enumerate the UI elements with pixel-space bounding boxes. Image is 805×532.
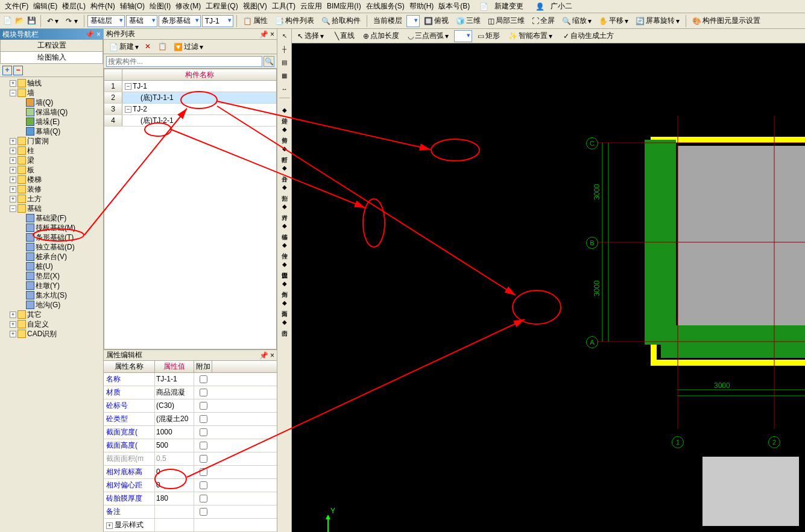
close-icon[interactable]: ×: [96, 30, 101, 39]
user-button[interactable]: 👤广小二: [531, 0, 577, 14]
overlook-button[interactable]: 🔲俯视: [421, 15, 452, 27]
line-button[interactable]: ╲直线: [332, 30, 358, 42]
new-change-button[interactable]: 📄新建变更: [475, 0, 528, 14]
collapse-all-button[interactable]: −: [13, 66, 23, 75]
property-row[interactable]: 材质商品混凝: [104, 386, 277, 399]
pin-icon[interactable]: 📌: [85, 30, 94, 39]
new-icon[interactable]: 📄: [2, 16, 13, 27]
menu-version[interactable]: 版本号(B): [436, 0, 472, 13]
add-checkbox[interactable]: [200, 495, 207, 502]
vtool-倒角[interactable]: ◆倒角: [279, 274, 291, 293]
tree-cad[interactable]: +CAD识别: [1, 329, 102, 339]
delete-icon[interactable]: ✕: [144, 42, 155, 52]
menu-axis[interactable]: 辅轴(O): [118, 0, 147, 13]
pt-extend-button[interactable]: ⊕点加长度: [360, 30, 402, 42]
menu-draw[interactable]: 绘图(I): [147, 0, 173, 13]
select-button[interactable]: ↖选择 ▾: [294, 30, 327, 42]
save-icon[interactable]: 💾: [27, 16, 37, 27]
tree-col-pier[interactable]: 柱墩(Y): [1, 281, 102, 290]
menu-modify[interactable]: 修改(M): [173, 0, 203, 13]
menu-tool[interactable]: 工具(T): [270, 0, 298, 13]
menu-component[interactable]: 构件(N): [88, 0, 118, 13]
vtool-分割[interactable]: ◆分割: [279, 178, 291, 197]
menu-cloud[interactable]: 云应用: [298, 0, 324, 13]
screen-rotate-button[interactable]: 🔄屏幕旋转 ▾: [633, 15, 683, 27]
menu-floor[interactable]: 楼层(L): [60, 0, 88, 13]
tree-door[interactable]: +门窗洞: [1, 136, 102, 146]
new-component-button[interactable]: 📄新建 ▾: [106, 41, 142, 53]
vtool-圆角[interactable]: ◆圆角: [279, 293, 291, 313]
category-dropdown[interactable]: 基础: [126, 15, 157, 27]
property-row[interactable]: 截面高度(500: [104, 439, 277, 452]
add-checkbox[interactable]: [200, 455, 207, 463]
add-checkbox[interactable]: [200, 428, 207, 436]
property-row[interactable]: 相对偏心距0: [104, 479, 277, 492]
tree-pile[interactable]: 桩(U): [1, 261, 102, 271]
local-3d-button[interactable]: ◫局部三维: [485, 15, 528, 27]
tab-draw-input[interactable]: 绘图输入: [0, 52, 103, 64]
tree-curtain-wall[interactable]: 幕墙(Q): [1, 127, 102, 136]
menu-view[interactable]: 视图(V): [241, 0, 270, 13]
vtool-axis-icon[interactable]: ┼: [279, 43, 291, 55]
grid-row[interactable]: 4(底)TJ-2-1: [104, 115, 276, 127]
minimap[interactable]: [702, 457, 799, 526]
search-input[interactable]: [106, 56, 262, 67]
pin-icon[interactable]: 📌: [259, 351, 268, 360]
type-dropdown[interactable]: 条形基础: [159, 15, 201, 27]
tree-axis[interactable]: +轴线: [1, 78, 102, 88]
search-icon[interactable]: 🔍: [264, 56, 274, 67]
tree-custom[interactable]: +自定义: [1, 319, 102, 329]
fullscreen-button[interactable]: ⛶全屏: [529, 15, 558, 27]
close-icon[interactable]: ×: [270, 30, 274, 39]
menu-quantity[interactable]: 工程量(Q): [203, 0, 240, 13]
expand-all-button[interactable]: +: [2, 66, 12, 75]
tree-sump[interactable]: 集水坑(S): [1, 290, 102, 300]
tree-deco[interactable]: +装修: [1, 184, 102, 194]
vtool-对齐[interactable]: ◆对齐: [279, 197, 291, 216]
pin-icon[interactable]: 📌: [259, 30, 268, 39]
tree-wall[interactable]: −墙: [1, 88, 102, 98]
vtool-偏移[interactable]: ◆偏移: [279, 216, 291, 236]
vtool-dim-icon[interactable]: ↔: [279, 83, 291, 95]
cur-floor-dropdown[interactable]: [406, 15, 420, 27]
auto-earth-button[interactable]: ✓自动生成土方: [560, 30, 617, 42]
tree-insul-wall[interactable]: 保温墙(Q): [1, 107, 102, 117]
vtool-grid-icon[interactable]: ▦: [279, 70, 291, 82]
redo-button[interactable]: ↷ ▾: [63, 15, 80, 27]
tree-other[interactable]: +其它: [1, 310, 102, 319]
prop-show-style[interactable]: + 显示样式: [104, 519, 277, 532]
grid-row[interactable]: 1−TJ-1: [104, 81, 276, 92]
name-dropdown[interactable]: TJ-1: [202, 15, 233, 27]
property-row[interactable]: 砼类型(混凝土20: [104, 413, 277, 426]
add-checkbox[interactable]: [200, 402, 207, 410]
drawing-canvas[interactable]: 3000 3000 3000 3000 3000 3000 X Y: [292, 43, 805, 532]
tree-found-beam[interactable]: 基础梁(F): [1, 213, 102, 223]
floor-dropdown[interactable]: 基础层: [87, 15, 125, 27]
tab-project-settings[interactable]: 工程设置: [0, 40, 103, 52]
property-row[interactable]: 名称TJ-1-1: [104, 373, 277, 386]
pan-button[interactable]: ✋平移 ▾: [596, 15, 631, 27]
display-settings-button[interactable]: 🎨构件图元显示设置: [689, 15, 763, 27]
filter-button[interactable]: 🔽过滤 ▾: [171, 41, 206, 53]
undo-button[interactable]: ↶ ▾: [44, 15, 62, 27]
add-checkbox[interactable]: [200, 442, 207, 449]
tree-wall-pier[interactable]: 墙垛(E): [1, 117, 102, 127]
menu-edit[interactable]: 编辑(E): [31, 0, 60, 13]
vtool-拉伸[interactable]: ◆拉伸: [279, 236, 291, 255]
menu-help[interactable]: 帮助(H): [407, 0, 437, 13]
close-icon[interactable]: ×: [270, 351, 274, 360]
vtool-设置比例[interactable]: ◆设置比例: [279, 255, 291, 274]
add-checkbox[interactable]: [200, 375, 207, 383]
tree-beam[interactable]: +梁: [1, 155, 102, 165]
property-row[interactable]: 砖胎膜厚度180: [104, 492, 277, 505]
open-icon[interactable]: 📂: [14, 16, 25, 27]
vtool-修剪[interactable]: ◆修剪: [279, 120, 291, 139]
tree-column[interactable]: +柱: [1, 146, 102, 155]
property-row[interactable]: 截面面积(m0.5: [104, 452, 277, 466]
zoom-button[interactable]: 🔍缩放 ▾: [559, 15, 595, 27]
tree-bedding[interactable]: 垫层(X): [1, 271, 102, 281]
property-row[interactable]: 砼标号(C30): [104, 399, 277, 413]
tree-foundation[interactable]: −基础: [1, 204, 102, 213]
menu-online[interactable]: 在线服务(S): [364, 0, 407, 13]
copy-icon[interactable]: 📋: [157, 42, 168, 52]
